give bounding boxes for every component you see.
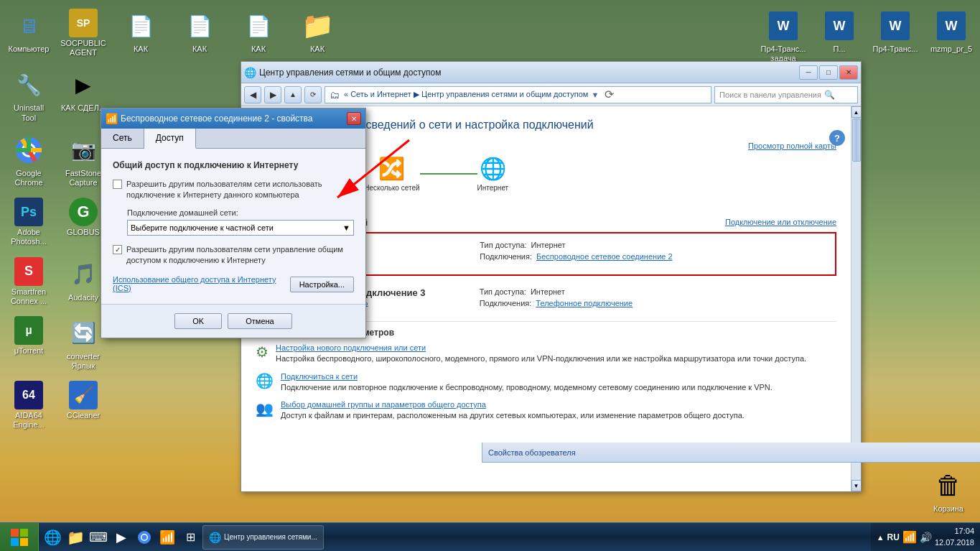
wireless-properties-dialog: 📶 Беспроводное сетевое соединение 2 - св… [101,108,366,338]
connection-header[interactable]: Подключение или отключение [725,218,836,228]
desktop-icon-computer[interactable]: 🖥 Компьютер [3,6,55,60]
change-item-1: 🌐 Подключиться к сети Подключение или по… [256,372,836,393]
clock-time: 17:04 [935,526,974,537]
change-link-2[interactable]: Выбор домашней группы и параметров общег… [281,400,745,409]
minimize-button[interactable]: ─ [799,65,818,80]
scrollbar-thumb[interactable] [852,119,861,162]
forward-button[interactable]: ▶ [264,86,281,103]
scrollbar-up[interactable]: ▲ [851,106,862,118]
icon-label: КАК [192,45,207,54]
taskbar-media-icon[interactable]: ▶ [111,525,132,550]
icon-label: CCleaner [67,411,100,420]
dialog-group-title: Общий доступ к подключению к Интернету [113,160,354,170]
access-label: Тип доступа: [480,241,526,249]
taskbar-keyboard-icon[interactable]: ⌨ [88,525,109,550]
change-icon-2: 👥 [256,400,274,417]
window-controls: ─ □ ✕ [799,65,858,80]
desktop-icon-word1[interactable]: W Пр4-Транс... задача [757,6,809,66]
change-icon-0: ⚙ [256,343,269,361]
desktop-icon-kak2[interactable]: 📄 КАК [115,6,167,57]
up-button[interactable]: ▲ [284,86,302,103]
desktop-icons-right: W Пр4-Транс... задача W П... W Пр4-Транс… [757,6,977,66]
taskbar-wifi-tray[interactable]: 📶 [902,530,917,544]
window-scrollbar: ▲ ▼ [851,106,861,491]
taskbar-language[interactable]: RU [887,532,900,542]
scrollbar-down[interactable]: ▼ [851,480,862,491]
taskbar-expand[interactable]: ▲ [877,533,885,542]
taskbar-chrome-icon[interactable] [134,525,155,550]
change-desc-2: Доступ к файлам и принтерам, расположенн… [281,410,745,421]
cancel-button[interactable]: Отмена [228,313,291,329]
taskbar-network-icon[interactable]: ⊞ [179,525,201,550]
taskbar-explorer-icon[interactable]: 📁 [65,525,86,550]
checkbox-1[interactable]: ✓ [113,245,122,254]
desktop-icon-utorrent[interactable]: µ μTorrent [3,313,55,374]
icon-label: Uninstall Tool [6,103,52,122]
home-network-dropdown[interactable]: Выберите подключение к частной сети ▼ [127,220,354,236]
wifi-access-row: Тип доступа: Интернет [480,241,829,249]
icon-label: Google Chrome [6,169,52,187]
connection-value[interactable]: Беспроводное сетевое соединение 2 [536,252,673,261]
change-content-0: Настройка нового подключения или сети На… [276,343,806,364]
tab-network[interactable]: Сеть [101,129,144,148]
connection-label: Подключения: [480,252,532,261]
taskbar-ie-icon[interactable]: 🌐 [42,525,63,550]
taskbar-right: ▲ RU 📶 🔊 17:04 12.07.2018 [871,523,980,551]
icon-label: КАК [310,45,325,54]
change-item-2: 👥 Выбор домашней группы и параметров общ… [256,400,836,421]
icon-label: converter Ярлык [60,352,106,371]
connector2 [420,173,477,175]
desktop-icon-ccleaner[interactable]: 🧹 CCleaner [57,378,109,432]
desktop-icon-smartfren[interactable]: S Smartfren Connex ... [3,254,55,309]
checkbox-0[interactable] [113,180,122,189]
taskbar-network-window-btn[interactable]: 🌐 Центр управления сетями... [202,525,324,550]
address-bar[interactable]: 🗂 « Сеть и Интернет ▶ Центр управления с… [325,86,711,103]
desktop-icon-word3[interactable]: W Пр4-Транс... [869,6,921,66]
back-button[interactable]: ◀ [244,86,261,103]
desktop-icon-kak3[interactable]: 📄 КАК [174,6,225,57]
dialog-titlebar: 📶 Беспроводное сетевое соединение 2 - св… [101,108,365,129]
setup-button[interactable]: Настройка... [290,277,354,292]
desktop-icon-socpublic[interactable]: SP SOCPUBLIC AGENT [57,6,109,60]
scrollbar-track[interactable] [851,118,862,480]
desktop-icon-trash[interactable]: 🗑 Корзина [923,466,974,517]
access-value: Интернет [531,241,566,249]
search-bar[interactable]: Поиск в панели управления 🔍 [714,86,858,103]
close-button[interactable]: ✕ [839,65,858,80]
icon-label: КАК [251,45,266,54]
svg-rect-5 [11,529,19,537]
icon-label: Smartfren Connex ... [6,287,52,306]
desktop-icon-kak4[interactable]: 📄 КАК [233,6,284,57]
taskbar-wifi-icon[interactable]: 📶 [157,525,178,550]
maximize-button[interactable]: □ [819,65,838,80]
wifi-details: Тип доступа: Интернет Подключения: Беспр… [480,241,829,261]
home-network-label: Подключение домашней сети: [127,208,354,217]
desktop-icon-folder[interactable]: 📁 КАК [291,6,343,57]
tab-access[interactable]: Доступ [144,129,196,149]
desktop-icon-uninstall[interactable]: 🔧 Uninstall Tool [3,65,55,125]
desktop-icon-photoshop[interactable]: Ps Adobe Photosh... [3,195,55,249]
ok-button[interactable]: OK [174,313,222,329]
phone-access-label: Тип доступа: [480,287,526,296]
dialog-close-button[interactable]: ✕ [347,112,361,125]
icon-label: mzmp_pr_5 [930,45,972,54]
phone-conn-label: Подключения: [480,299,532,307]
help-icon[interactable]: ? [829,130,845,146]
view-map-link[interactable]: Просмотр полной карты [748,142,836,150]
desktop-icon-word2[interactable]: W П... [813,6,865,66]
icon-label: Корзина [933,504,963,514]
window-toolbar: ◀ ▶ ▲ ⟳ 🗂 « Сеть и Интернет ▶ Центр упра… [241,83,861,106]
properties-bar[interactable]: Свойства обозревателя [482,443,980,463]
start-button[interactable] [0,523,39,552]
change-link-1[interactable]: Подключиться к сети [281,372,773,381]
phone-access-value: Интернет [531,287,565,296]
desktop-icon-chrome[interactable]: Google Chrome [3,130,55,190]
change-icon-1: 🌐 [256,372,274,389]
taskbar-volume[interactable]: 🔊 [920,532,932,543]
phone-conn-value[interactable]: Телефонное подключение [536,299,633,307]
change-link-0[interactable]: Настройка нового подключения или сети [276,343,806,352]
refresh-button[interactable]: ⟳ [304,86,322,103]
desktop-icon-word4[interactable]: W mzmp_pr_5 [925,6,977,66]
desktop-icon-aida64[interactable]: 64 AIDA64 Engine... [3,378,55,432]
ics-link[interactable]: Использование общего доступа к Интернету… [113,275,290,292]
